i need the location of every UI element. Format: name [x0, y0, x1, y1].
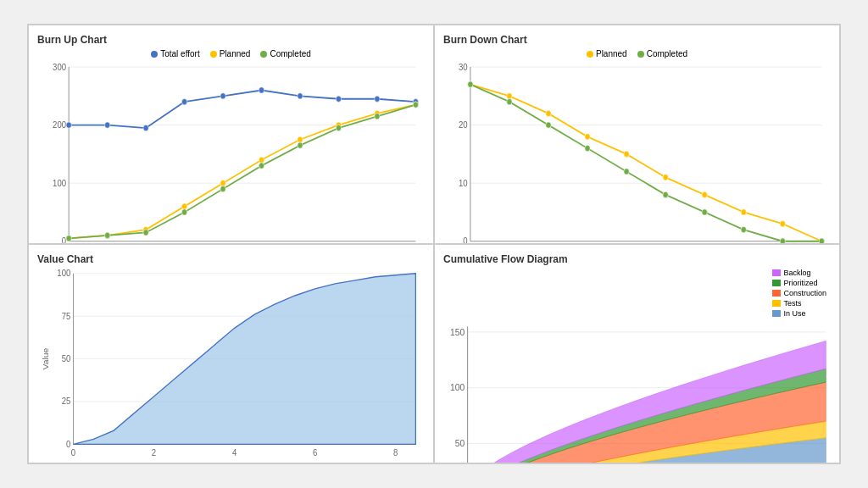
cfd-prioritized-dot — [772, 280, 781, 286]
svg-point-47 — [298, 142, 303, 148]
cfd-prioritized-label: Prioritized — [783, 279, 817, 287]
cfd-legend-tests: Tests — [772, 299, 801, 308]
svg-text:10: 10 — [459, 178, 468, 188]
svg-text:2: 2 — [152, 448, 157, 458]
svg-point-84 — [546, 122, 551, 128]
cfd-legend-backlog: Backlog — [772, 269, 810, 277]
value-chart-panel: Value Chart 025507510002468SprintsValue — [28, 244, 434, 463]
burnup-title: Burn Up Chart — [37, 34, 425, 46]
svg-point-26 — [259, 87, 264, 93]
burndown-title: Burn Down Chart — [443, 34, 831, 46]
cfd-inuse-dot — [772, 310, 781, 317]
cfd-svg: 05010015009/04/201822/04/201806/05/20182… — [443, 321, 831, 463]
svg-point-37 — [298, 136, 303, 142]
burnup-legend-completed: Completed — [260, 49, 310, 58]
cfd-tests-label: Tests — [783, 299, 801, 308]
svg-point-90 — [780, 238, 785, 244]
svg-point-75 — [585, 134, 590, 140]
svg-text:0: 0 — [463, 236, 468, 244]
cfd-chart-panel: Cumulative Flow Diagram Backlog Prioriti… — [434, 244, 840, 463]
svg-point-41 — [66, 236, 71, 241]
svg-text:Value: Value — [41, 347, 50, 369]
svg-point-44 — [181, 209, 186, 215]
cfd-legend: Backlog Prioritized Construction Tests I… — [772, 269, 826, 318]
svg-point-77 — [663, 175, 668, 180]
svg-point-35 — [220, 180, 225, 186]
burndown-svg: 010203012345678910Days — [443, 62, 831, 244]
burnup-chart-panel: Burn Up Chart Total effort Planned Compl… — [28, 25, 434, 244]
svg-text:4: 4 — [232, 448, 237, 458]
svg-point-80 — [780, 221, 785, 227]
svg-text:100: 100 — [53, 178, 66, 188]
svg-text:300: 300 — [53, 62, 66, 72]
svg-point-86 — [624, 169, 629, 175]
burnup-svg: 010020030012345678910Sprint — [37, 62, 425, 244]
burnup-total-label: Total effort — [160, 49, 200, 58]
svg-point-43 — [143, 230, 148, 236]
value-svg: 025507510002468SprintsValue — [37, 269, 425, 463]
svg-point-78 — [702, 191, 707, 197]
svg-point-28 — [336, 96, 341, 102]
burnup-completed-dot — [260, 51, 267, 58]
burnup-planned-label: Planned — [220, 49, 251, 58]
svg-text:50: 50 — [455, 438, 465, 449]
svg-point-79 — [741, 209, 746, 215]
svg-text:100: 100 — [450, 382, 465, 393]
burndown-completed-label: Completed — [647, 49, 687, 58]
svg-text:50: 50 — [62, 354, 71, 363]
burndown-planned-label: Planned — [596, 49, 627, 58]
cfd-backlog-label: Backlog — [783, 269, 810, 277]
svg-text:25: 25 — [62, 396, 71, 406]
svg-point-45 — [220, 186, 225, 191]
svg-point-91 — [819, 238, 824, 244]
cfd-backlog-dot — [772, 269, 781, 276]
svg-point-74 — [546, 110, 551, 116]
dashboard: Burn Up Chart Total effort Planned Compl… — [27, 24, 841, 464]
burndown-legend: Planned Completed — [443, 49, 831, 58]
burnup-total-dot — [151, 51, 158, 58]
svg-point-48 — [336, 125, 341, 130]
svg-text:6: 6 — [313, 448, 318, 458]
burndown-legend-planned: Planned — [587, 49, 627, 58]
burnup-legend-total: Total effort — [151, 49, 200, 58]
cfd-inuse-label: In Use — [783, 309, 805, 318]
value-title: Value Chart — [37, 253, 425, 265]
svg-text:75: 75 — [62, 311, 71, 320]
cfd-construction-dot — [772, 290, 781, 297]
svg-point-46 — [259, 163, 264, 169]
burndown-completed-dot — [637, 51, 644, 58]
svg-point-42 — [104, 232, 109, 238]
svg-point-27 — [298, 93, 303, 99]
burnup-legend-planned: Planned — [210, 49, 251, 58]
burnup-planned-dot — [210, 51, 217, 58]
svg-text:30: 30 — [459, 62, 468, 72]
svg-point-82 — [468, 81, 473, 87]
svg-text:0: 0 — [62, 236, 67, 244]
burndown-legend-completed: Completed — [637, 49, 687, 58]
svg-point-87 — [663, 191, 668, 197]
svg-text:200: 200 — [53, 120, 66, 130]
burndown-planned-dot — [587, 51, 593, 58]
svg-text:20: 20 — [459, 120, 468, 130]
svg-point-76 — [624, 151, 629, 157]
svg-point-85 — [585, 145, 590, 151]
svg-point-24 — [181, 99, 186, 105]
svg-point-49 — [375, 114, 380, 119]
svg-point-29 — [375, 96, 380, 102]
svg-point-36 — [259, 157, 264, 163]
svg-point-83 — [507, 99, 512, 105]
cfd-tests-dot — [772, 300, 781, 307]
svg-text:150: 150 — [450, 326, 465, 337]
svg-point-73 — [507, 93, 512, 99]
svg-text:8: 8 — [393, 448, 398, 458]
cfd-legend-construction: Construction — [772, 289, 826, 297]
burnup-legend: Total effort Planned Completed — [37, 49, 425, 58]
burnup-completed-label: Completed — [270, 49, 310, 58]
svg-point-34 — [181, 203, 186, 209]
svg-point-22 — [104, 122, 109, 128]
burndown-chart-panel: Burn Down Chart Planned Completed 010203… — [434, 25, 840, 244]
svg-point-21 — [66, 122, 71, 128]
svg-point-89 — [741, 226, 746, 232]
cfd-legend-prioritized: Prioritized — [772, 279, 817, 287]
svg-text:0: 0 — [71, 448, 76, 458]
